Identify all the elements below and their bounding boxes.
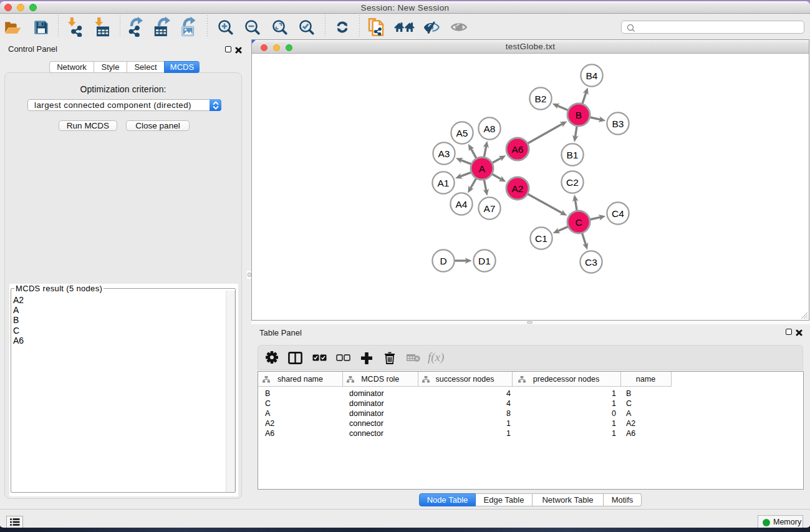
svg-text:A7: A7	[484, 203, 496, 214]
svg-text:B: B	[576, 110, 582, 120]
svg-text:C2: C2	[566, 177, 579, 188]
svg-text:B3: B3	[612, 118, 624, 129]
svg-text:A4: A4	[456, 199, 468, 210]
svg-text:A2: A2	[512, 183, 524, 194]
svg-text:A8: A8	[484, 123, 496, 134]
svg-text:B2: B2	[535, 94, 547, 104]
svg-text:B1: B1	[567, 150, 579, 160]
svg-text:B4: B4	[586, 70, 598, 81]
svg-text:D1: D1	[478, 256, 491, 266]
svg-text:A6: A6	[512, 144, 524, 155]
svg-text:A1: A1	[438, 178, 450, 188]
svg-text:D: D	[440, 256, 446, 266]
svg-text:C1: C1	[535, 233, 547, 244]
svg-text:A: A	[479, 163, 486, 174]
svg-text:A3: A3	[438, 148, 450, 159]
svg-text:A5: A5	[456, 128, 468, 138]
svg-text:C4: C4	[612, 208, 624, 219]
svg-text:C: C	[575, 217, 582, 228]
svg-text:C3: C3	[585, 257, 597, 268]
